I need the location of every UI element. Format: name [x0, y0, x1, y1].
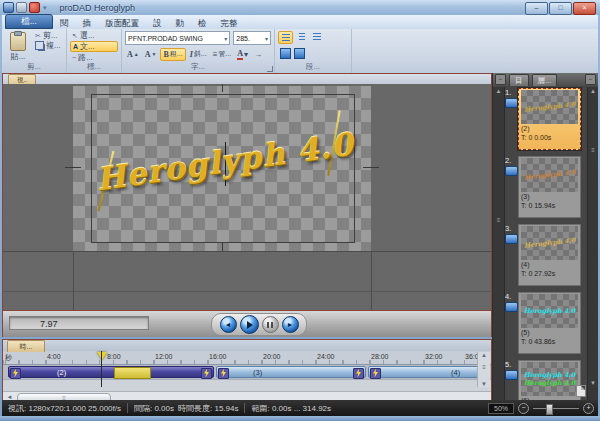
panel-left-scrollbar[interactable]: ▲ ≡	[493, 87, 505, 400]
active-range-highlight[interactable]	[114, 367, 151, 379]
align-center-button[interactable]	[295, 31, 308, 42]
item-card[interactable]: Heroglyph 4.0 (5) T: 0 43.86s	[518, 292, 581, 354]
list-item[interactable]: 5. Heroglyph 4.0 Heroglyph 4.0 (6) T: 0 …	[505, 360, 583, 400]
zoom-in-icon[interactable]: +	[583, 403, 594, 414]
tab-layout[interactable]: 版面配置	[98, 17, 146, 29]
font-size-dropdown-icon[interactable]: ▾	[263, 35, 268, 42]
item-card[interactable]: Heroglyph 4.0 Heroglyph 4.0 (6) T: 0 59.…	[518, 360, 581, 400]
ruler-unit-label: 秒	[5, 353, 12, 363]
panel-tab-layers[interactable]: 層...	[532, 74, 558, 86]
text-direction-button[interactable]: →	[252, 49, 264, 60]
item-number: 3.	[505, 224, 511, 233]
copy-button[interactable]: 複...	[33, 41, 63, 50]
tab-file[interactable]: 檔...	[5, 14, 53, 29]
font-family-dropdown-icon[interactable]: ▾	[222, 35, 227, 42]
grow-font-button[interactable]: A▲	[125, 49, 141, 60]
effect-lightning-icon[interactable]	[218, 368, 229, 379]
tab-view[interactable]: 閱	[53, 17, 76, 29]
bold-button[interactable]: B粗...	[160, 48, 185, 61]
timeline-clip-2[interactable]: (2)	[8, 366, 214, 378]
scroll-down-icon[interactable]: ▼	[588, 380, 598, 386]
timeline-vertical-scrollbar[interactable]: ▲ ≡ ▼	[477, 352, 490, 387]
timeline-clip-3[interactable]: (3)	[216, 366, 366, 378]
panel-collapse-left-icon[interactable]: −	[495, 74, 506, 85]
font-size-combobox[interactable]: 285. ▾	[233, 31, 271, 45]
pause-button[interactable]	[262, 316, 279, 333]
tab-check[interactable]: 檢	[191, 17, 214, 29]
zoom-slider[interactable]	[533, 408, 579, 409]
clip-label: (4)	[451, 368, 460, 377]
list-item[interactable]: 2. Heroglyph 4.0 (3) T: 0 15.94s	[505, 156, 583, 220]
italic-button[interactable]: I斜...	[188, 49, 209, 60]
scroll-up-icon[interactable]: ▲	[478, 352, 490, 358]
zoom-slider-thumb[interactable]	[546, 404, 553, 415]
zoom-out-icon[interactable]: −	[518, 403, 529, 414]
scrollbar-grip-icon[interactable]: ≡	[478, 364, 490, 370]
item-card[interactable]: Heroglyph 4.0 (2) T: 0 0.00s	[518, 88, 581, 150]
align-right-button[interactable]	[310, 31, 323, 42]
item-card[interactable]: Heroglyph 4.0 (3) T: 0 15.94s	[518, 156, 581, 218]
tab-design[interactable]: 設	[146, 17, 169, 29]
monitor-icon[interactable]	[505, 234, 518, 244]
list-item[interactable]: 4. Heroglyph 4.0 (5) T: 0 43.86s	[505, 292, 583, 356]
item-card[interactable]: Heroglyph 4.0 (4) T: 0 27.92s	[518, 224, 581, 286]
record-icon[interactable]	[29, 2, 40, 13]
go-end-button[interactable]: ►	[282, 316, 299, 333]
panel-collapse-right-icon[interactable]: −	[585, 74, 596, 85]
tab-complete[interactable]: 完整	[214, 17, 245, 29]
font-family-combobox[interactable]: PFNT.PRODAD SWING ▾	[125, 31, 230, 45]
thumbnail-text: Heroglyph 4.0	[524, 379, 576, 387]
scrollbar-grip-icon[interactable]: ≡	[588, 147, 598, 153]
align-left-button[interactable]	[278, 31, 293, 44]
timeline-clip-4[interactable]: (4)	[368, 366, 480, 378]
maximize-button[interactable]: □	[549, 2, 572, 15]
text-tool-button[interactable]: A 文...	[70, 41, 118, 52]
paragraph-option-2-icon[interactable]	[294, 48, 305, 59]
monitor-icon[interactable]	[505, 302, 518, 312]
paste-button[interactable]: 貼...	[5, 31, 31, 62]
playhead-line[interactable]	[101, 351, 102, 387]
timeline-empty-track[interactable]	[3, 379, 491, 391]
monitor-icon[interactable]	[505, 98, 518, 108]
paragraph-option-1-icon[interactable]	[280, 48, 291, 59]
scrollbar-grip-icon[interactable]: ≡	[493, 217, 504, 223]
effect-lightning-icon[interactable]	[370, 368, 381, 379]
save-icon[interactable]	[16, 2, 27, 13]
monitor-icon[interactable]	[505, 166, 518, 176]
list-item[interactable]: 1. Heroglyph 4.0 (2) T: 0 0.00s	[505, 88, 583, 152]
text-group-label: 標...	[67, 62, 121, 72]
cut-button[interactable]: ✂ 剪...	[33, 31, 63, 40]
monitor-icon[interactable]	[505, 370, 518, 380]
effect-lightning-icon[interactable]	[10, 368, 21, 379]
tab-animation[interactable]: 動	[169, 17, 192, 29]
path-tool-button[interactable]: ~ 路...	[70, 53, 118, 62]
font-dialog-launcher-icon[interactable]	[267, 66, 273, 72]
scroll-down-icon[interactable]: ▼	[478, 381, 490, 387]
scroll-up-icon[interactable]: ▲	[588, 88, 598, 94]
close-button[interactable]: ×	[573, 2, 596, 15]
panel-right-scrollbar[interactable]: ▲ ≡ ▼	[587, 87, 598, 400]
panel-tab-list[interactable]: 目	[509, 74, 529, 86]
playhead-marker[interactable]	[97, 352, 107, 360]
timecode-field[interactable]: 7.97	[9, 316, 149, 330]
qat-dropdown-icon[interactable]: ▾	[43, 4, 47, 12]
timeline-ruler[interactable]: 秒 4:00 8:00 12:00 16:00 20:00 24:00 28:0…	[3, 351, 491, 365]
center-marker-right	[363, 167, 379, 168]
tab-insert[interactable]: 插	[76, 17, 99, 29]
quick-access-toolbar: ▾	[0, 2, 48, 13]
shrink-font-button[interactable]: A▼	[143, 49, 159, 60]
canvas[interactable]: Heroglyph 4.0	[3, 84, 491, 310]
effect-lightning-icon[interactable]	[201, 368, 212, 379]
minimize-button[interactable]: –	[525, 2, 548, 15]
scroll-up-icon[interactable]: ▲	[493, 88, 504, 94]
list-item[interactable]: 3. Heroglyph 4.0 (4) T: 0 27.92s	[505, 224, 583, 288]
copy-label: 複...	[46, 40, 61, 51]
select-tool-button[interactable]: ↖ 選...	[70, 31, 118, 40]
effect-lightning-icon[interactable]	[353, 368, 364, 379]
new-page-icon[interactable]	[576, 385, 586, 397]
font-color-button[interactable]: A▾	[235, 49, 250, 60]
underline-button[interactable]: ≡管...	[211, 49, 234, 60]
play-button[interactable]	[240, 315, 259, 334]
app-icon[interactable]	[3, 2, 14, 13]
go-start-button[interactable]: ◄	[220, 316, 237, 333]
